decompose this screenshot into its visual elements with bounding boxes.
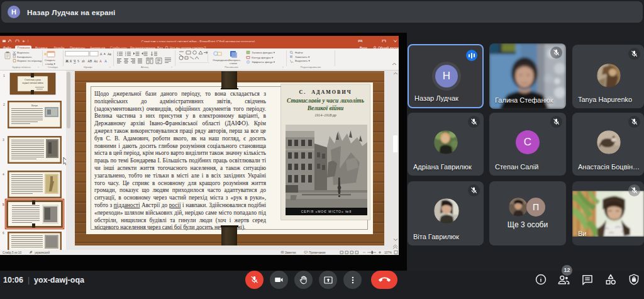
svg-text:Абзац: Абзац xyxy=(141,65,149,69)
svg-text:Ч: Ч xyxy=(74,59,76,63)
svg-text:Рисование: Рисование xyxy=(225,65,238,69)
svg-text:107%: 107% xyxy=(384,251,392,254)
svg-text:АВ: АВ xyxy=(87,59,92,63)
svg-text:Вырезать: Вырезать xyxy=(17,51,30,54)
svg-text:Копировать: Копировать xyxy=(17,55,32,59)
svg-text:Заметки: Заметки xyxy=(285,251,296,254)
svg-text:А: А xyxy=(104,52,106,55)
svg-text:Редактирование: Редактирование xyxy=(301,65,321,69)
svg-text:Выделить ▾: Выделить ▾ xyxy=(295,59,310,62)
svg-text:⌐: ⌐ xyxy=(109,65,111,69)
svg-text:4: 4 xyxy=(3,172,4,176)
svg-text:Вступ: Вступ xyxy=(31,104,38,107)
svg-text:⌐: ⌐ xyxy=(171,65,173,69)
svg-text:А: А xyxy=(104,59,107,63)
svg-text:Заменить ▾: Заменить ▾ xyxy=(295,55,310,59)
svg-text:стили: стили xyxy=(230,62,237,65)
svg-text:Буфер обмена: Буфер обмена xyxy=(12,65,31,69)
svg-text:3: 3 xyxy=(3,138,4,142)
svg-text:Упорядочить: Упорядочить xyxy=(213,59,230,62)
svg-text:Контур фигуры ▾: Контур фигуры ▾ xyxy=(252,56,274,59)
svg-text:S: S xyxy=(77,59,79,63)
svg-text:Примечания: Примечания xyxy=(309,251,326,254)
svg-text:5: 5 xyxy=(3,203,4,206)
svg-text:Слайд 5 из 10: Слайд 5 из 10 xyxy=(3,251,21,254)
svg-text:А: А xyxy=(100,52,103,56)
svg-text:Формат по образцу: Формат по образцу xyxy=(17,59,42,62)
svg-text:слайд ▾: слайд ▾ xyxy=(45,62,55,65)
svg-text:ab: ab xyxy=(82,59,85,63)
svg-text:першої світової війни: першої світової війни xyxy=(22,82,43,84)
svg-text:украинский: украинский xyxy=(35,251,50,254)
svg-text:⌐: ⌐ xyxy=(282,65,284,69)
svg-text:Создать: Создать xyxy=(45,59,55,62)
svg-text:⌐: ⌐ xyxy=(38,65,40,69)
svg-text:Станіслав у роки: Станіслав у роки xyxy=(25,79,41,81)
svg-text:Слайды: Слайды xyxy=(48,65,58,69)
svg-text:Ж: Ж xyxy=(65,59,69,63)
svg-text:6: 6 xyxy=(3,231,4,235)
svg-text:Эффекты фигур ▾: Эффекты фигур ▾ xyxy=(252,60,275,64)
svg-text:1: 1 xyxy=(3,74,5,77)
svg-text:Заливка фигуры ▾: Заливка фигуры ▾ xyxy=(252,51,275,54)
svg-text:Шрифт: Шрифт xyxy=(84,65,92,69)
svg-text:К: К xyxy=(69,59,72,63)
svg-text:Аа: Аа xyxy=(94,59,98,63)
svg-text:А: А xyxy=(99,59,102,63)
svg-text:2: 2 xyxy=(3,103,5,106)
svg-text:Найти: Найти xyxy=(295,51,303,54)
svg-text:Ав: Ав xyxy=(108,52,111,56)
